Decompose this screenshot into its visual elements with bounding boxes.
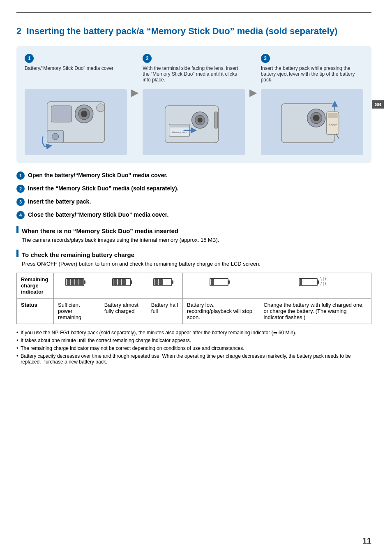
page-title: 2 Inserting the battery pack/a “Memory S… [16, 25, 371, 37]
table-header-label: Remaining charge indicator [17, 273, 54, 298]
svg-rect-14 [170, 125, 189, 127]
svg-text:\ | /: \ | / [321, 277, 326, 281]
svg-point-7 [52, 133, 59, 140]
indicator-almost [100, 273, 147, 298]
step3-image: SONY [261, 89, 363, 155]
section1-heading: When there is no “Memory Stick Duo” medi… [16, 226, 371, 234]
instruction4-text: Close the battery/“Memory Stick Duo” med… [28, 211, 168, 218]
step4-badge: 4 [16, 211, 25, 219]
svg-rect-41 [211, 279, 214, 285]
indicator-half [147, 273, 182, 298]
instruction-2: 2 Insert the “Memory Stick Duo” media (s… [16, 185, 371, 193]
svg-point-11 [198, 118, 203, 123]
footnote-3: • The remaining charge indicator may not… [16, 345, 371, 351]
step2-badge: 2 [16, 185, 25, 193]
section2-bar [16, 250, 18, 257]
footnote2-text: It takes about one minute until the corr… [21, 338, 191, 343]
svg-rect-1 [51, 106, 72, 122]
svg-rect-25 [84, 280, 85, 284]
table-status-row: Status Sufficient power remaining Batter… [17, 298, 371, 324]
status-low: Battery low, recording/playback will sto… [182, 298, 259, 324]
title-number: 2 [16, 26, 21, 36]
step2-block: 2 With the terminal side facing the lens… [143, 54, 245, 155]
instruction-4: 4 Close the battery/“Memory Stick Duo” m… [16, 211, 371, 219]
svg-text:Memory Stick: Memory Stick [172, 131, 187, 134]
status-flash: Change the battery with fully charged on… [259, 298, 371, 324]
step3-block: 3 Insert the battery pack while pressing… [261, 54, 363, 155]
page-number: 11 [362, 536, 371, 546]
indicator-flash: \ | / / | \ [259, 273, 371, 298]
instruction1-text: Open the battery/“Memory Stick Duo” medi… [28, 172, 168, 178]
footnote-1: • If you use the NP-FG1 battery pack (so… [16, 330, 371, 336]
step2-image: Memory Stick [143, 89, 245, 155]
step3-text: Insert the battery pack while pressing t… [261, 65, 363, 86]
indicator-full [54, 273, 100, 298]
svg-rect-44 [300, 279, 302, 285]
svg-rect-31 [131, 280, 132, 284]
section1-title: When there is no “Memory Stick Duo” medi… [22, 227, 178, 234]
step1-number: 1 [25, 54, 34, 63]
step1-badge: 1 [16, 171, 25, 180]
footnote4-text: Battery capacity decreases over time and… [21, 353, 371, 365]
title-text: Inserting the battery pack/a “Memory Sti… [26, 26, 337, 36]
svg-rect-32 [113, 279, 126, 285]
battery-table: Remaining charge indicator [16, 273, 371, 324]
step2-number: 2 [143, 54, 152, 63]
step-instructions: 1 Open the battery/“Memory Stick Duo” me… [16, 171, 371, 219]
gb-badge: GB [372, 100, 384, 109]
step3-number: 3 [261, 54, 270, 63]
instruction-3: 3 Insert the battery pack. [16, 198, 371, 206]
status-label-cell: Status [17, 298, 54, 324]
section2-heading: To check the remaining battery charge [16, 250, 371, 258]
steps-illustration-box: 1 Battery/“Memory Stick Duo” media cover [16, 46, 371, 163]
status-full: Sufficient power remaining [54, 298, 100, 324]
svg-point-4 [81, 111, 88, 117]
section2-title: To check the remaining battery charge [22, 251, 134, 258]
indicator-low [182, 273, 259, 298]
status-half: Battery half full [147, 298, 182, 324]
svg-rect-40 [228, 280, 230, 284]
instruction2-text: Insert the “Memory Stick Duo” media (sol… [28, 185, 178, 192]
instruction-1: 1 Open the battery/“Memory Stick Duo” me… [16, 171, 371, 180]
instruction3-text: Insert the battery pack. [28, 198, 91, 205]
svg-point-19 [313, 115, 319, 121]
footnote-2: • It takes about one minute until the co… [16, 338, 371, 343]
svg-point-6 [97, 104, 105, 112]
arrow2: ▶ [249, 54, 257, 98]
page-header [16, 12, 371, 17]
status-almost: Battery almost fully charged [100, 298, 147, 324]
svg-rect-43 [317, 280, 319, 284]
footnote3-text: The remaining charge indicator may not b… [21, 345, 244, 351]
svg-rect-21 [327, 113, 337, 118]
step3-badge: 3 [16, 198, 25, 206]
step1-image [25, 89, 127, 155]
section1-body: The camera records/plays back images usi… [16, 237, 371, 243]
svg-rect-36 [172, 280, 173, 284]
step1-block: 1 Battery/“Memory Stick Duo” media cover [25, 54, 127, 155]
svg-rect-12 [214, 112, 218, 128]
footnotes: • If you use the NP-FG1 battery pack (so… [16, 330, 371, 365]
footnote1-text: If you use the NP-FG1 battery pack (sold… [21, 330, 296, 336]
table-header-row: Remaining charge indicator [17, 273, 371, 298]
section2-body: Press ON/OFF (Power) button to turn on a… [16, 261, 371, 267]
section1-bar [16, 226, 18, 233]
arrow1: ▶ [131, 54, 138, 98]
svg-text:/ | \: / | \ [321, 282, 326, 286]
step2-text: With the terminal side facing the lens, … [143, 65, 245, 86]
step1-label: Battery/“Memory Stick Duo” media cover [25, 65, 127, 86]
footnote-4: • Battery capacity decreases over time a… [16, 353, 371, 365]
svg-text:SONY: SONY [328, 124, 337, 127]
